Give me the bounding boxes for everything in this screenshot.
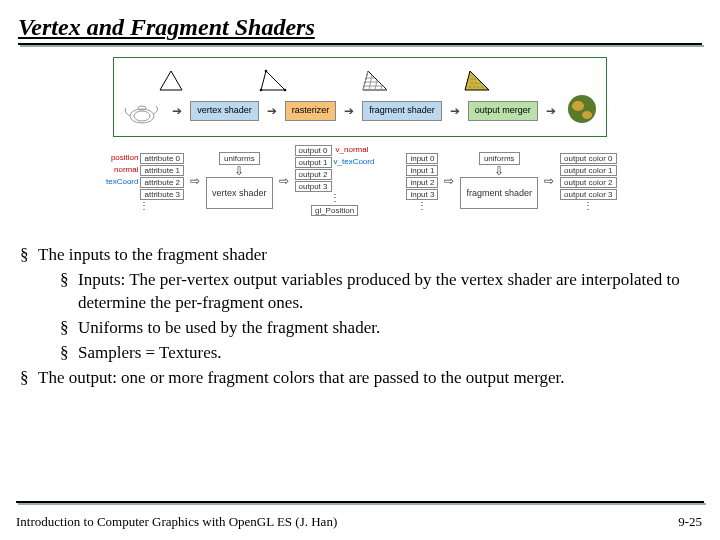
arrow-icon: ➔ [172, 104, 182, 118]
svg-point-20 [475, 82, 477, 84]
stage-fragment-shader: fragment shader [362, 101, 442, 121]
svg-point-17 [477, 86, 479, 88]
svg-point-23 [474, 78, 476, 80]
bullet-list: The inputs to the fragment shader Inputs… [18, 244, 702, 390]
svg-point-3 [284, 89, 287, 92]
svg-marker-1 [261, 71, 285, 90]
svg-point-29 [582, 111, 592, 119]
svg-line-7 [369, 75, 372, 90]
svg-marker-0 [160, 71, 182, 90]
title-rule [18, 43, 702, 49]
slide-title: Vertex and Fragment Shaders [18, 14, 702, 41]
arrow-icon: ➔ [546, 104, 556, 118]
svg-line-9 [381, 84, 382, 90]
globe-icon [564, 92, 600, 130]
svg-point-16 [473, 86, 475, 88]
svg-point-4 [265, 70, 268, 73]
svg-marker-5 [363, 71, 387, 90]
stage-output-merger: output merger [468, 101, 538, 121]
stage-rasterizer: rasterizer [285, 101, 337, 121]
svg-point-28 [572, 101, 584, 111]
svg-point-15 [469, 86, 471, 88]
fs-box: fragment shader [460, 177, 538, 209]
bullet-item: Inputs: The per-vertex output variables … [18, 269, 702, 315]
teapot-icon [120, 94, 164, 128]
stage-vertex-shader: vertex shader [190, 101, 259, 121]
arrow-icon: ➔ [450, 104, 460, 118]
svg-line-8 [375, 80, 377, 90]
svg-point-2 [260, 89, 263, 92]
bullet-item: The inputs to the fragment shader [18, 244, 702, 267]
arrow-icon: ➔ [344, 104, 354, 118]
svg-point-21 [479, 82, 481, 84]
bullet-item: The output: one or more fragment colors … [18, 367, 702, 390]
page-number: 9-25 [678, 514, 702, 530]
dataflow-figure: positionattribute 0 normalattribute 1 te… [18, 145, 702, 216]
footer-rule [16, 501, 704, 506]
footer-text: Introduction to Computer Graphics with O… [16, 514, 337, 530]
arrow-icon: ➔ [267, 104, 277, 118]
svg-point-25 [134, 111, 150, 121]
vs-box: vertex shader [206, 177, 273, 209]
svg-point-18 [481, 86, 483, 88]
bullet-item: Samplers = Textures. [18, 342, 702, 365]
svg-line-6 [363, 71, 368, 90]
pipeline-figure: ➔ vertex shader ➔ rasterizer ➔ fragment … [18, 57, 702, 137]
svg-point-19 [471, 82, 473, 84]
bullet-item: Uniforms to be used by the fragment shad… [18, 317, 702, 340]
svg-marker-14 [465, 71, 489, 90]
svg-point-22 [471, 78, 473, 80]
